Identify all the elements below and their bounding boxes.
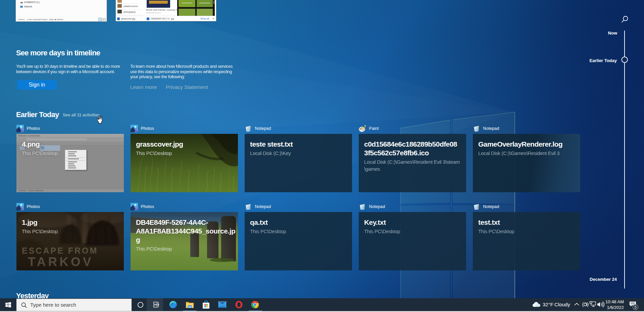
svg-text:5: 5 [634,305,637,310]
